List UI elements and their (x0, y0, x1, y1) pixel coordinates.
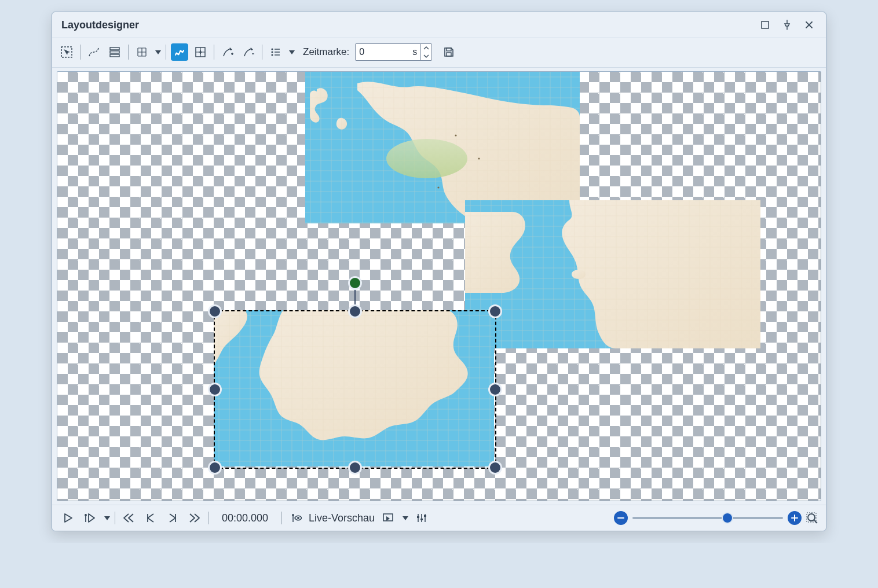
svg-rect-2 (110, 47, 119, 50)
svg-point-24 (297, 517, 299, 519)
step-forward-button[interactable] (164, 509, 181, 527)
goto-end-button[interactable] (186, 509, 203, 527)
svg-rect-28 (424, 515, 426, 517)
zoom-fit-button[interactable] (806, 512, 819, 524)
layout-designer-panel: Layoutdesigner (52, 12, 826, 531)
timemarker-spin-up[interactable] (421, 44, 431, 52)
zoom-slider-thumb[interactable] (723, 513, 732, 523)
svg-rect-10 (447, 53, 451, 56)
timemarker-spinner[interactable]: s (355, 43, 432, 61)
timemarker-input[interactable] (356, 44, 409, 60)
statusbar: 00:00.000 Live-Vorschau (52, 505, 826, 531)
timemarker-unit: s (409, 47, 420, 57)
zoom-out-button[interactable] (614, 511, 628, 525)
svg-point-6 (271, 48, 273, 50)
svg-rect-4 (110, 54, 119, 57)
toolbar-separator (262, 45, 262, 60)
svg-rect-3 (110, 51, 119, 53)
status-separator (281, 512, 282, 524)
timecode-display: 00:00.000 (213, 512, 277, 524)
equalizer-button[interactable] (413, 509, 430, 527)
svg-point-14 (455, 134, 456, 136)
svg-point-13 (386, 139, 467, 178)
zoom-slider[interactable] (632, 517, 783, 519)
svg-rect-19 (465, 200, 760, 348)
timemarker-spin-buttons[interactable] (420, 44, 431, 60)
center-target-button[interactable] (192, 43, 209, 61)
status-separator (208, 512, 208, 524)
selection-overlay[interactable] (214, 310, 496, 469)
resize-handle-top-right[interactable] (490, 306, 500, 317)
canvas-area (52, 68, 826, 505)
grid-snap-button[interactable] (133, 43, 151, 61)
resize-handle-bottom-middle[interactable] (350, 462, 360, 473)
spline-tool-button[interactable] (85, 43, 103, 61)
toolbar-separator (128, 45, 129, 60)
goto-start-button[interactable] (120, 509, 137, 527)
save-button[interactable] (440, 43, 458, 61)
list-properties-dropdown[interactable] (289, 50, 295, 54)
svg-point-16 (437, 186, 439, 188)
toolbar-separator (214, 45, 214, 60)
preview-mode-dropdown[interactable] (403, 516, 408, 520)
svg-rect-26 (417, 516, 419, 518)
rotation-handle[interactable] (350, 278, 360, 288)
list-properties-button[interactable] (267, 43, 284, 61)
map-frame-north-england[interactable] (465, 200, 760, 348)
resize-handle-middle-left[interactable] (210, 384, 220, 395)
resize-handle-bottom-left[interactable] (210, 462, 220, 473)
zoom-in-button[interactable] (788, 511, 802, 525)
play-mode-dropdown[interactable] (104, 516, 110, 520)
play-from-button[interactable] (81, 509, 98, 527)
close-button[interactable] (798, 16, 820, 34)
stack-tool-button[interactable] (106, 43, 123, 61)
timemarker-label: Zeitmarke: (303, 46, 349, 58)
toolbar: Zeitmarke: s (52, 38, 826, 68)
pen-add-button[interactable] (219, 43, 236, 61)
svg-point-23 (292, 514, 294, 516)
status-separator (115, 512, 115, 524)
freeform-tool-button[interactable] (171, 43, 188, 61)
svg-point-22 (85, 514, 87, 516)
svg-rect-0 (762, 21, 769, 28)
svg-rect-27 (420, 519, 423, 520)
step-back-button[interactable] (142, 509, 159, 527)
resize-handle-top-middle[interactable] (350, 306, 360, 317)
resize-handle-top-left[interactable] (210, 306, 220, 317)
svg-point-15 (478, 157, 480, 159)
timemarker-spin-down[interactable] (421, 52, 431, 60)
pin-button[interactable] (776, 16, 798, 34)
pen-remove-button[interactable] (240, 43, 257, 61)
live-preview-eye-button[interactable] (287, 509, 304, 527)
svg-point-8 (271, 54, 273, 56)
grid-snap-dropdown[interactable] (155, 50, 161, 54)
live-preview-label: Live-Vorschau (309, 512, 375, 524)
play-button[interactable] (59, 509, 76, 527)
design-canvas[interactable] (57, 71, 821, 501)
toolbar-separator (166, 45, 166, 60)
toolbar-separator (80, 45, 81, 60)
titlebar: Layoutdesigner (52, 12, 826, 38)
svg-point-29 (808, 514, 815, 521)
zoom-controls (614, 511, 819, 525)
maximize-button[interactable] (754, 16, 776, 34)
select-tool-button[interactable] (58, 43, 75, 61)
window-title: Layoutdesigner (58, 19, 754, 31)
preview-window-button[interactable] (379, 509, 397, 527)
resize-handle-bottom-right[interactable] (490, 462, 500, 473)
svg-point-7 (271, 51, 273, 53)
resize-handle-middle-right[interactable] (490, 384, 500, 395)
rotation-stem (354, 285, 356, 308)
